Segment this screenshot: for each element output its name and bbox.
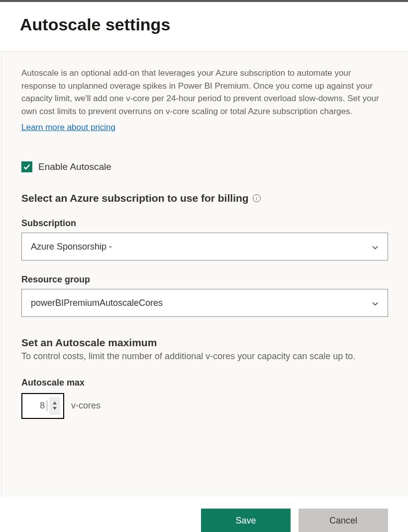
cancel-button[interactable]: Cancel bbox=[299, 509, 388, 532]
resource-group-value: powerBIPremiumAutoscaleCores bbox=[31, 298, 163, 308]
resource-group-dropdown[interactable]: powerBIPremiumAutoscaleCores bbox=[21, 289, 388, 317]
button-bar: Save Cancel bbox=[0, 497, 408, 532]
content-panel: Autoscale is an optional add-on that lev… bbox=[1, 51, 408, 497]
enable-autoscale-checkbox[interactable] bbox=[21, 161, 32, 172]
dialog-header: Autoscale settings bbox=[0, 2, 408, 51]
subscription-value: Azure Sponsorship - bbox=[31, 242, 112, 252]
info-icon[interactable]: i bbox=[253, 194, 261, 202]
resource-group-label: Resource group bbox=[21, 274, 388, 285]
autoscale-max-label: Autoscale max bbox=[21, 378, 388, 388]
enable-autoscale-row: Enable Autoscale bbox=[21, 161, 388, 172]
chevron-down-icon bbox=[372, 243, 379, 250]
stepper-arrows[interactable] bbox=[49, 397, 60, 415]
stepper-down-icon[interactable] bbox=[53, 407, 57, 410]
save-button[interactable]: Save bbox=[201, 509, 291, 532]
maximum-heading: Set an Autoscale maximum bbox=[21, 337, 388, 349]
subscription-dropdown[interactable]: Azure Sponsorship - bbox=[21, 233, 388, 261]
page-title: Autoscale settings bbox=[20, 15, 388, 34]
maximum-description: To control costs, limit the number of ad… bbox=[21, 350, 388, 364]
chevron-down-icon bbox=[372, 299, 379, 306]
learn-more-link[interactable]: Learn more about pricing bbox=[21, 123, 115, 133]
billing-heading-text: Select an Azure subscription to use for … bbox=[21, 192, 249, 204]
autoscale-max-stepper[interactable]: 8 bbox=[21, 393, 64, 419]
billing-heading: Select an Azure subscription to use for … bbox=[21, 192, 388, 204]
checkmark-icon bbox=[23, 163, 31, 171]
stepper-up-icon[interactable] bbox=[53, 401, 57, 404]
enable-autoscale-label: Enable Autoscale bbox=[38, 161, 111, 172]
intro-description: Autoscale is an optional add-on that lev… bbox=[21, 67, 388, 118]
autoscale-max-value[interactable]: 8 bbox=[25, 400, 47, 411]
autoscale-max-row: 8 v-cores bbox=[21, 393, 388, 419]
subscription-label: Subscription bbox=[21, 218, 388, 229]
autoscale-max-unit: v-cores bbox=[71, 400, 101, 411]
